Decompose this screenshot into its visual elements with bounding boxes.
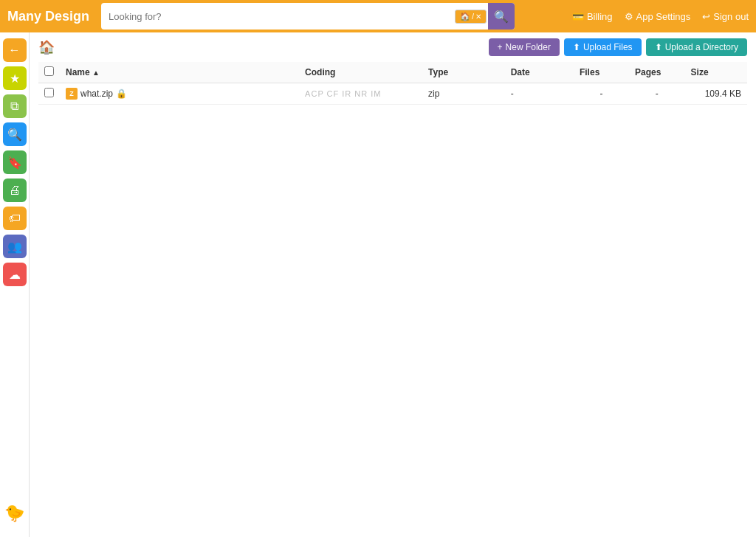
lock-icon: 🔒 [116,89,127,99]
type-value: zip [428,89,439,99]
row-name-cell[interactable]: Z what.zip 🔒 [60,83,299,105]
select-all-checkbox[interactable] [44,66,54,76]
date-value: - [511,89,514,99]
group-icon: 👥 [7,240,22,254]
col-type-label: Type [428,67,448,77]
row-date-cell: - [505,83,574,105]
new-folder-button[interactable]: + New Folder [489,38,560,56]
back-icon: ← [9,44,21,57]
search-badge-separator: / [472,12,474,21]
size-value: 109.4 KB [705,89,741,99]
sidebar-item-back[interactable]: ← [3,38,27,62]
copy-icon: ⧉ [10,100,18,113]
upload-files-icon: ⬆ [573,42,580,52]
bookmark-icon: 🔖 [7,156,22,170]
sidebar-item-search[interactable]: 🔍 [3,122,27,146]
upload-files-label: Upload Files [583,42,633,52]
coding-value: ACP CF IR NR IM [305,89,381,98]
sidebar-item-print[interactable]: 🖨 [3,179,27,202]
col-checkbox [38,62,60,83]
main-content: 🏠 + New Folder ⬆ Upload Files ⬆ Upload a… [30,32,756,537]
search-submit-button[interactable]: 🔍 [488,3,515,30]
chick-icon: 🐤 [4,504,24,523]
nav-sign-out[interactable]: ↩ Sign out [702,11,749,22]
pages-value: - [656,89,659,99]
app-settings-label: App Settings [636,11,691,22]
print-icon: 🖨 [9,184,21,197]
upload-files-button[interactable]: ⬆ Upload Files [564,38,642,56]
sidebar-item-copy[interactable]: ⧉ [3,94,27,118]
billing-label: Billing [587,11,613,22]
col-header-type: Type [422,62,505,83]
new-folder-label: New Folder [506,42,551,52]
row-coding-cell: ACP CF IR NR IM [299,83,422,105]
sidebar-item-favorites[interactable]: ★ [3,66,27,90]
home-breadcrumb-icon[interactable]: 🏠 [38,39,55,55]
col-name-label: Name [66,67,90,77]
file-name-group: Z what.zip 🔒 [66,88,127,100]
app-settings-icon: ⚙ [625,11,633,22]
cloud-upload-icon: ☁ [9,268,21,282]
upload-directory-button[interactable]: ⬆ Upload a Directory [646,38,747,56]
file-table: Name ▲ Coding Type Date Fi [38,62,747,105]
layout: ← ★ ⧉ 🔍 🔖 🖨 🏷 👥 ☁ 🐤 [0,32,756,537]
sign-out-label: Sign out [713,11,749,22]
search-bar: 🏠 / ✕ 🔍 [101,3,515,30]
files-value: - [600,89,603,99]
col-coding-label: Coding [305,67,335,77]
row-checkbox-cell [38,83,60,105]
nav-app-settings[interactable]: ⚙ App Settings [625,11,691,22]
col-pages-label: Pages [635,67,661,77]
nav-billing[interactable]: 💳 Billing [572,11,613,22]
search-badge: 🏠 / ✕ [455,10,487,24]
action-buttons: + New Folder ⬆ Upload Files ⬆ Upload a D… [489,38,747,56]
search-icon: 🔍 [7,128,22,142]
col-header-pages: Pages [629,62,685,83]
col-size-label: Size [691,67,709,77]
file-table-container: Name ▲ Coding Type Date Fi [30,62,756,537]
table-header-row: Name ▲ Coding Type Date Fi [38,62,747,83]
topbar: Many Design 🏠 / ✕ 🔍 💳 Billing ⚙ App Sett… [0,0,756,32]
col-header-files: Files [574,62,629,83]
row-checkbox[interactable] [44,88,54,97]
sidebar-bottom: 🐤 [3,502,27,531]
app-logo: Many Design [7,9,89,24]
billing-icon: 💳 [572,11,584,22]
col-files-label: Files [580,67,599,77]
table-body: Z what.zip 🔒 ACP CF IR NR IM zip [38,83,747,105]
col-header-size: Size [685,62,747,83]
col-header-name[interactable]: Name ▲ [60,62,299,83]
search-input[interactable] [101,7,453,27]
upload-dir-icon: ⬆ [655,42,662,52]
row-size-cell: 109.4 KB [685,83,747,105]
sign-out-icon: ↩ [702,11,710,22]
sidebar-item-tag[interactable]: 🏷 [3,207,27,230]
zip-file-icon: Z [66,88,78,100]
topbar-nav: 💳 Billing ⚙ App Settings ↩ Sign out [572,11,749,22]
sidebar: ← ★ ⧉ 🔍 🔖 🖨 🏷 👥 ☁ 🐤 [0,32,30,537]
col-date-label: Date [511,67,530,77]
breadcrumb-bar: 🏠 + New Folder ⬆ Upload Files ⬆ Upload a… [30,32,756,62]
row-pages-cell: - [629,83,685,105]
tag-icon: 🏷 [9,212,21,225]
col-header-date: Date [505,62,574,83]
upload-dir-label: Upload a Directory [665,42,738,52]
search-badge-home-icon: 🏠 [460,12,470,21]
search-badge-clear[interactable]: ✕ [475,13,481,21]
row-files-cell: - [574,83,629,105]
plus-icon: + [498,42,503,52]
name-sort-arrow: ▲ [92,69,100,77]
star-icon: ★ [10,72,20,86]
col-header-coding: Coding [299,62,422,83]
file-name: what.zip [80,89,113,99]
row-type-cell: zip [422,83,505,105]
sidebar-item-bookmark[interactable]: 🔖 [3,150,27,174]
sidebar-item-group[interactable]: 👥 [3,235,27,258]
sidebar-chick-icon: 🐤 [3,502,27,525]
sidebar-item-cloud-upload[interactable]: ☁ [3,263,27,286]
table-row: Z what.zip 🔒 ACP CF IR NR IM zip [38,83,747,105]
